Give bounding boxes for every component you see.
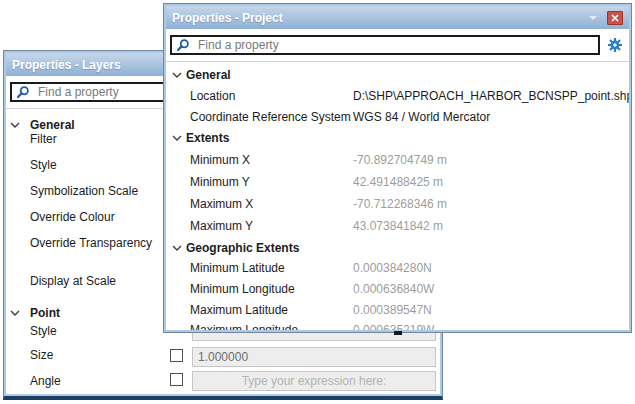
search-icon [176,38,190,52]
project-panel-title: Properties - Project [172,11,283,25]
section-label: Point [30,303,60,323]
property-row-max-lon: Maximum Longitude 0.000635219W [166,320,629,330]
project-property-list: General Location D:\SHP\APPROACH_HARBOR_… [166,62,629,330]
property-row-min-lon: Minimum Longitude 0.000636840W [166,279,629,299]
size-checkbox[interactable] [170,349,183,362]
chevron-expanded-icon [172,72,182,79]
property-row-min-x: Minimum X -70.892704749 m [166,150,629,170]
property-row-max-x: Maximum X -70.712268346 m [166,194,629,214]
property-value: 42.491488425 m [353,172,443,192]
property-row-max-y: Maximum Y 43.073841842 m [166,216,629,236]
chevron-down-icon[interactable] [589,16,597,20]
resize-grip[interactable] [394,331,402,335]
gear-icon [607,37,623,53]
section-label: General [186,65,231,85]
properties-project-panel: Properties - Project [163,3,632,333]
project-search-row [166,29,629,62]
property-row-location: Location D:\SHP\APPROACH_HARBOR_BCNSPP_p… [166,86,629,106]
search-icon [16,85,30,99]
size-field[interactable] [192,347,436,367]
property-value: 0.000636840W [353,279,434,299]
property-row-max-lat: Maximum Latitude 0.000389547N [166,300,629,320]
project-panel-titlebar[interactable]: Properties - Project [166,6,629,29]
property-value: 0.000389547N [353,300,432,320]
property-row-min-y: Minimum Y 42.491488425 m [166,172,629,192]
project-search-input[interactable] [196,37,594,53]
section-label: Geographic Extents [186,238,299,258]
project-section-geographic-extents[interactable]: Geographic Extents [166,238,629,258]
close-icon [611,14,619,22]
layers-item-angle: Angle [6,371,440,391]
project-settings-button[interactable] [605,37,625,53]
angle-checkbox[interactable] [170,373,183,386]
property-value: 0.000384280N [353,258,432,278]
angle-expression-field[interactable] [192,371,436,391]
property-row-min-lat: Minimum Latitude 0.000384280N [166,258,629,278]
project-section-general[interactable]: General [166,65,629,85]
layers-panel-title: Properties - Layers [12,58,121,72]
project-section-extents[interactable]: Extents [166,128,629,148]
property-value: D:\SHP\APPROACH_HARBOR_BCNSPP_point.shp [353,86,629,106]
close-button[interactable] [607,11,623,25]
chevron-expanded-icon [172,135,182,142]
property-value: 0.000635219W [353,320,434,330]
property-value: -70.892704749 m [353,150,447,170]
section-label: Extents [186,128,229,148]
app-screen: Properties - Layers [0,0,635,404]
property-value: 43.073841842 m [353,216,443,236]
project-search-box[interactable] [170,35,600,55]
layers-item-size: Size [6,345,440,365]
property-value: -70.712268346 m [353,194,447,214]
chevron-expanded-icon [172,245,182,252]
chevron-expanded-icon [10,310,20,317]
property-row-crs: Coordinate Reference System WGS 84 / Wor… [166,107,629,127]
chevron-expanded-icon [10,122,20,129]
property-value: WGS 84 / World Mercator [353,107,490,127]
